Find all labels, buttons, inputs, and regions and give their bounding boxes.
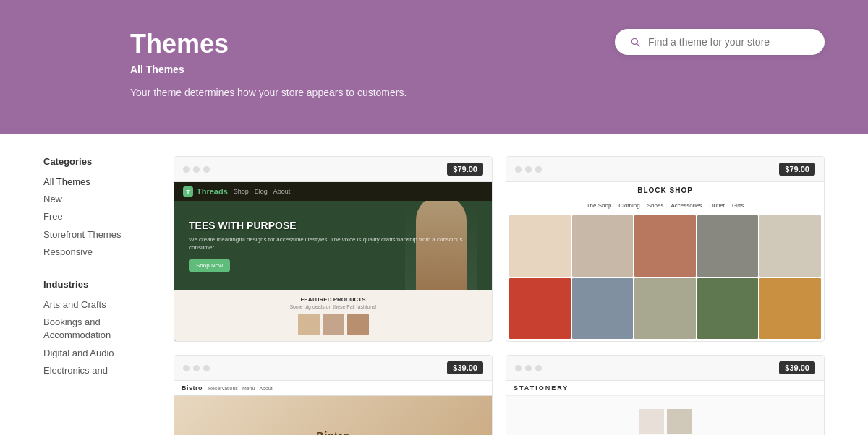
sidebar-item-bookings[interactable]: Bookings and Accommodation [43,316,145,342]
blockshop-cell-6 [509,278,571,340]
theme-card-threads[interactable]: $79.00 T Threads Shop Blog About [174,156,493,342]
search-icon [629,36,641,48]
theme-card-header-bistro: $39.00 [174,356,492,381]
theme-card-header-blockshop: $79.00 [506,157,824,182]
dot-1 [183,166,190,173]
blockshop-preview-area: BLOCK SHOP The Shop Clothing Shoes Acces… [506,182,824,341]
threads-preview-content: T Threads Shop Blog About TEES WITH PURP… [174,182,492,341]
bistro-body: Bistro [174,396,492,435]
threads-hero-area: TEES WITH PURPOSE We create meaningful d… [174,201,492,290]
dot-2 [193,365,200,371]
sidebar-item-electronics[interactable]: Electronics and [43,364,145,377]
sidebar-item-digital[interactable]: Digital and Audio [43,347,145,360]
industries-heading: Industries [43,279,145,290]
bistro-preview: Bistro Reservations Menu About Bistro [174,381,492,435]
bistro-title: Bistro [182,384,203,392]
page-title: Themes [130,29,615,59]
threads-featured-title: FEATURED PRODUCTS [183,296,483,303]
blockshop-nav: BLOCK SHOP [506,182,824,199]
dot-1 [515,166,522,173]
blockshop-cell-5 [760,215,821,277]
threads-logo-icon: T [183,186,193,197]
hero-section: Themes All Themes Your theme determines … [0,0,868,134]
bistro-main-title: Bistro [316,430,349,436]
window-dots-3 [183,365,210,371]
hero-subtitle: All Themes [130,64,615,75]
bistro-links: Reservations Menu About [208,386,273,391]
threads-nav: T Threads Shop Blog About [174,182,492,201]
hero-left: Themes All Themes Your theme determines … [130,29,615,98]
blockshop-grid [506,212,824,341]
theme-card-header-threads: $79.00 [174,157,492,182]
blockshop-title: BLOCK SHOP [514,186,817,194]
themes-grid: $79.00 T Threads Shop Blog About [159,156,825,435]
search-container [615,29,825,55]
sidebar-item-responsive[interactable]: Responsive [43,246,145,259]
categories-heading: Categories [43,156,145,167]
threads-price: $79.00 [447,163,483,176]
window-dots-4 [515,365,542,371]
dot-2 [525,166,532,173]
threads-logo: T Threads [183,186,228,197]
search-input[interactable] [648,36,810,48]
dot-1 [183,365,190,371]
dot-3 [203,166,210,173]
blockshop-cell-2 [572,215,634,277]
threads-shop-btn[interactable]: Shop Now [189,259,230,272]
sidebar-item-arts[interactable]: Arts and Crafts [43,298,145,311]
search-box[interactable] [615,29,825,55]
sidebar-item-storefront[interactable]: Storefront Themes [43,228,145,241]
dot-2 [193,166,200,173]
threads-sub: We create meaningful designs for accessi… [189,236,477,251]
sidebar: Categories All Themes New Free Storefron… [43,156,159,435]
sidebar-item-free[interactable]: Free [43,210,145,223]
stationery-title: STATIONERY [514,384,569,392]
threads-featured-sub: Some big deals on these Fall fashions! [183,304,483,309]
window-dots-2 [515,166,542,173]
stationery-body [506,396,824,435]
threads-nav-links: Shop Blog About [234,188,291,195]
blockshop-cell-1 [509,215,571,277]
sidebar-item-all-themes[interactable]: All Themes [43,176,145,189]
dot-2 [525,365,532,371]
blockshop-cell-9 [697,278,759,340]
theme-card-header-stationery: $39.00 [506,356,824,381]
stationery-preview-content: STATIONERY [506,381,824,435]
blockshop-cell-10 [760,278,821,340]
threads-headline: TEES WITH PURPOSE [189,220,477,231]
stationery-preview: STATIONERY [506,381,824,435]
theme-card-bistro[interactable]: $39.00 Bistro Reservations Menu About [174,355,493,435]
bistro-preview-content: Bistro Reservations Menu About Bistro [174,381,492,435]
theme-card-blockshop[interactable]: $79.00 BLOCK SHOP The Shop Clothing Shoe… [506,156,825,342]
blockshop-preview-content: BLOCK SHOP The Shop Clothing Shoes Acces… [506,182,824,341]
theme-card-stationery[interactable]: $39.00 STATIONERY [506,355,825,435]
blockshop-price: $79.00 [779,163,815,176]
dot-3 [535,365,542,371]
blockshop-sub-nav: The Shop Clothing Shoes Accessories Outl… [506,199,824,212]
threads-logo-text: Threads [197,187,228,196]
main-content: Categories All Themes New Free Storefron… [0,134,868,435]
hero-description: Your theme determines how your store app… [130,87,615,98]
bistro-price: $39.00 [447,361,483,374]
dot-3 [203,365,210,371]
dot-1 [515,365,522,371]
threads-product-1 [298,314,320,335]
dot-3 [535,166,542,173]
blockshop-cell-8 [634,278,696,340]
threads-content: TEES WITH PURPOSE We create meaningful d… [174,208,492,283]
blockshop-cell-4 [697,215,759,277]
threads-product-2 [323,314,344,335]
threads-products [183,314,483,335]
stationery-nav: STATIONERY [506,381,824,396]
stationery-price: $39.00 [779,361,815,374]
window-dots [183,166,210,173]
threads-featured: FEATURED PRODUCTS Some big deals on thes… [174,290,492,341]
blockshop-cell-3 [634,215,696,277]
bistro-nav: Bistro Reservations Menu About [174,381,492,396]
stationery-grid [639,409,692,436]
threads-product-3 [347,314,369,335]
threads-preview: T Threads Shop Blog About TEES WITH PURP… [174,182,492,341]
sidebar-item-new[interactable]: New [43,193,145,206]
blockshop-cell-7 [572,278,634,340]
